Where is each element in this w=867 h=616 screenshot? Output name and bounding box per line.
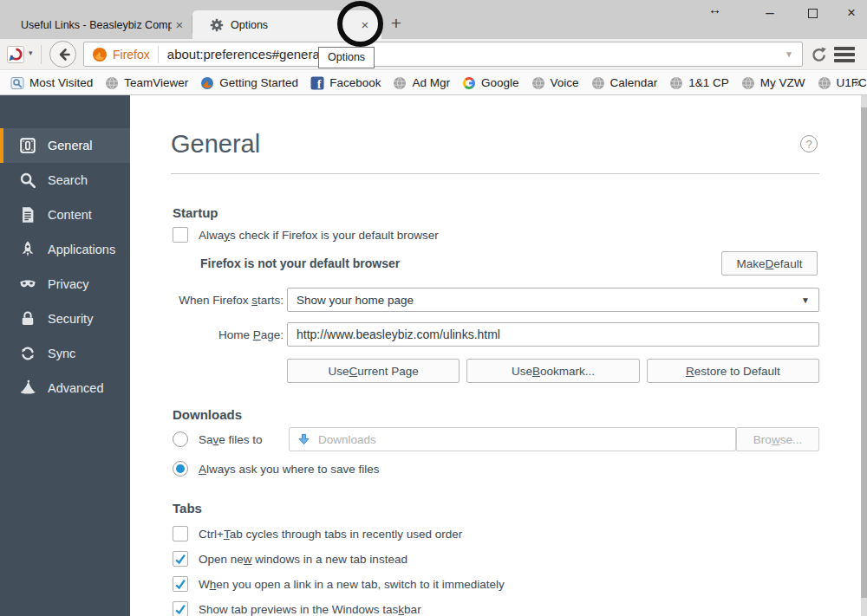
firefox-starts-label: When Firefox starts:: [171, 294, 284, 307]
always-ask-label: Always ask you where to save files: [199, 463, 380, 476]
general-panel: General ? Startup Always check if Firefo…: [130, 95, 861, 616]
sidebar-item-label: Privacy: [48, 277, 89, 291]
bookmark-my-vzw[interactable]: My VZW: [735, 73, 812, 94]
firefox-starts-value: Show your home page: [297, 294, 414, 307]
tab-close-icon[interactable]: ×: [357, 17, 373, 33]
reload-button[interactable]: [809, 45, 828, 64]
facebook-icon: f: [310, 76, 324, 90]
url-text[interactable]: about:preferences#general: [167, 47, 776, 62]
download-arrow-icon: [297, 433, 310, 446]
wizard-hat-icon: [18, 379, 37, 398]
lock-icon: [18, 309, 37, 328]
back-arrow-icon: [55, 46, 72, 63]
save-files-radio[interactable]: [173, 431, 188, 447]
sidebar-item-content[interactable]: Content: [0, 198, 130, 232]
checkmark-icon: [173, 602, 187, 616]
sidebar-item-privacy[interactable]: Privacy: [0, 267, 130, 302]
bookmark-1and1-cp[interactable]: 1&1 CP: [663, 73, 735, 94]
new-windows-label: Open new windows in a new tab instead: [199, 553, 407, 566]
minimize-button[interactable]: –: [753, 0, 786, 26]
sidebar-item-label: Sync: [48, 347, 75, 360]
maximize-icon: [808, 9, 818, 18]
firefox-identity-icon: [92, 47, 108, 62]
identity-chip[interactable]: Firefox: [84, 42, 158, 66]
google-icon: [462, 76, 476, 90]
save-files-label: Save files to: [199, 433, 278, 446]
bookmark-calendar[interactable]: Calendar: [585, 73, 664, 94]
firefox-starts-select[interactable]: Show your home page ▼: [287, 288, 819, 312]
urlbar-dropdown-caret-icon[interactable]: ▼: [776, 49, 802, 59]
search-icon: [18, 171, 37, 190]
sidebar-item-advanced[interactable]: Advanced: [0, 371, 130, 405]
hamburger-menu-button[interactable]: [832, 46, 857, 63]
scrollbar-thumb[interactable]: [861, 107, 867, 598]
bookmark-label: 1&1 CP: [688, 76, 729, 89]
checkmark-icon: [173, 552, 187, 566]
tabs-heading: Tabs: [173, 501, 202, 515]
save-files-row: Save files to Downloads Browse...: [171, 427, 819, 451]
default-browser-label: Always check if Firefox is your default …: [199, 229, 439, 242]
ctrl-tab-label: Ctrl+Tab cycles through tabs in recently…: [199, 528, 462, 541]
bookmark-label: Ad Mgr: [412, 76, 450, 89]
use-bookmark-button[interactable]: Use Bookmark...: [466, 359, 639, 383]
download-folder-field: Downloads: [289, 427, 736, 451]
new-tab-button[interactable]: +: [387, 14, 406, 33]
bookmark-label: Most Visited: [29, 76, 93, 89]
sidebar-item-sync[interactable]: Sync: [0, 336, 130, 371]
make-default-button[interactable]: Make Default: [721, 251, 818, 276]
close-window-button[interactable]: ×: [835, 0, 867, 26]
tab-tooltip: Options: [318, 47, 375, 68]
bookmark-teamviewer[interactable]: TeamViewer: [99, 73, 194, 94]
bookmark-label: TeamViewer: [124, 76, 188, 89]
sidebar-item-label: Search: [48, 173, 88, 187]
homepage-input[interactable]: http://www.beasleybiz.com/ulinks.html: [287, 322, 819, 347]
browse-button[interactable]: Browse...: [736, 427, 819, 451]
tab-close-icon[interactable]: ×: [172, 17, 187, 33]
always-ask-radio[interactable]: [173, 461, 188, 477]
sidebar-item-general[interactable]: General: [0, 128, 130, 163]
extension-dropdown-caret-icon[interactable]: ▾: [29, 49, 33, 57]
switch-immediately-checkbox[interactable]: [173, 576, 188, 592]
vertical-scrollbar[interactable]: [861, 95, 867, 616]
document-icon: [18, 205, 37, 224]
bookmark-facebook[interactable]: f Facebook: [304, 73, 387, 94]
bookmarks-overflow-chevron[interactable]: »: [851, 74, 864, 91]
default-browser-checkbox[interactable]: [173, 227, 188, 243]
pdf-extension-button[interactable]: [6, 45, 25, 64]
tab-options[interactable]: Options ×: [192, 10, 381, 39]
globe-icon: [105, 76, 119, 90]
help-button[interactable]: ?: [800, 135, 818, 152]
download-folder-value: Downloads: [318, 433, 376, 446]
sidebar-item-security[interactable]: Security: [0, 302, 130, 336]
tab-title: Useful Links - Beasleybiz Compu: [21, 19, 172, 31]
navigation-toolbar: ▾ Firefox about:preferences#general ▼: [0, 39, 867, 70]
new-windows-checkbox[interactable]: [173, 551, 188, 567]
url-bar[interactable]: Firefox about:preferences#general ▼: [83, 42, 803, 67]
title-divider: [171, 173, 819, 174]
bookmark-ad-mgr[interactable]: Ad Mgr: [387, 73, 456, 94]
sidebar-item-applications[interactable]: Applications: [0, 232, 130, 267]
use-current-page-button[interactable]: Use Current Page: [287, 359, 460, 383]
restore-default-button[interactable]: Restore to Default: [647, 359, 819, 383]
tab-previews-checkbox[interactable]: [173, 601, 188, 616]
globe-icon: [591, 76, 605, 90]
back-button[interactable]: [49, 41, 76, 68]
checkmark-icon: [173, 577, 187, 591]
tab-previews-row: Show tab previews in the Windows taskbar: [171, 600, 819, 616]
bookmark-voice[interactable]: Voice: [525, 73, 585, 94]
menu-bar-icon: [834, 53, 855, 56]
horizontal-resize-icon: ↔: [708, 2, 721, 16]
bookmark-getting-started[interactable]: Getting Started: [194, 73, 304, 94]
downloads-heading: Downloads: [173, 407, 242, 422]
sidebar-item-search[interactable]: Search: [0, 163, 130, 198]
startup-heading: Startup: [173, 205, 218, 220]
maximize-button[interactable]: [796, 0, 829, 26]
most-visited-folder-icon: [10, 76, 24, 90]
toolbar-separator: [41, 45, 42, 64]
switch-immediately-label: When you open a link in a new tab, switc…: [199, 578, 505, 591]
bookmark-most-visited[interactable]: Most Visited: [4, 73, 99, 94]
ctrl-tab-checkbox[interactable]: [173, 526, 188, 541]
tab-useful-links[interactable]: Useful Links - Beasleybiz Compu ×: [7, 10, 192, 39]
bookmark-google[interactable]: Google: [456, 73, 525, 94]
globe-icon: [741, 76, 755, 90]
